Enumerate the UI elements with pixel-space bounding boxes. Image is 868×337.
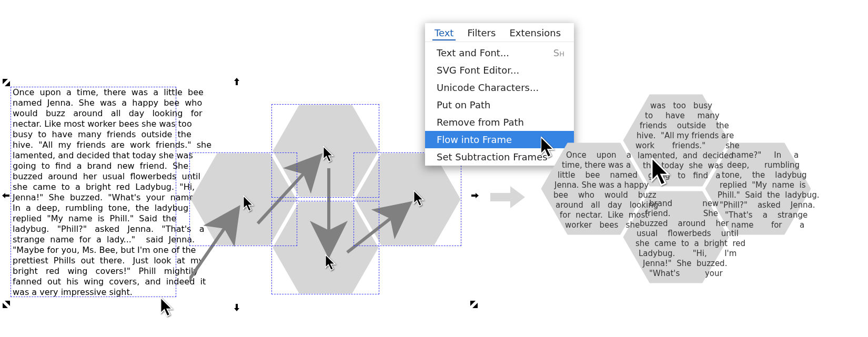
cursor-icon — [413, 190, 426, 207]
menu-help[interactable]: Help — [572, 26, 574, 40]
menu-filters[interactable]: Filters — [465, 26, 498, 40]
menu-item-text-and-font[interactable]: Text and Font...Sh — [425, 44, 574, 62]
svg-marker-1 — [5, 81, 10, 86]
cursor-icon — [323, 146, 336, 163]
result-text-center-top: was too busy to have many friends outsid… — [635, 101, 720, 181]
result-text-left: Once upon a time, there was a little bee… — [553, 150, 638, 230]
scale-handle-nw[interactable] — [3, 79, 10, 86]
svg-marker-7 — [3, 303, 8, 308]
menubar: Text Filters Extensions Help — [425, 23, 574, 42]
result-text-right: name?" In a deep, rumbling tone, the lad… — [718, 150, 802, 230]
svg-marker-5 — [2, 193, 9, 198]
story-text-block: Once upon a time, there was a little bee… — [13, 87, 175, 298]
hex-sel-right[interactable] — [354, 152, 461, 246]
scale-handle-s[interactable] — [233, 304, 240, 311]
svg-marker-0 — [3, 79, 8, 84]
scale-handle-w[interactable] — [2, 192, 9, 199]
svg-marker-8 — [5, 301, 10, 306]
result-text-center-bottom: brand new friend. She buzzed around her … — [635, 199, 720, 279]
cursor-icon — [243, 196, 256, 212]
cursor-icon — [651, 158, 673, 187]
svg-marker-9 — [234, 304, 239, 311]
menu-item-svg-font-editor[interactable]: SVG Font Editor... — [425, 62, 574, 79]
cursor-icon — [325, 254, 338, 271]
menu-extensions[interactable]: Extensions — [507, 26, 563, 40]
menu-text[interactable]: Text — [432, 26, 456, 40]
result-arrow-icon — [489, 184, 526, 210]
scale-handle-sw[interactable] — [3, 301, 10, 308]
cursor-icon — [160, 298, 175, 318]
